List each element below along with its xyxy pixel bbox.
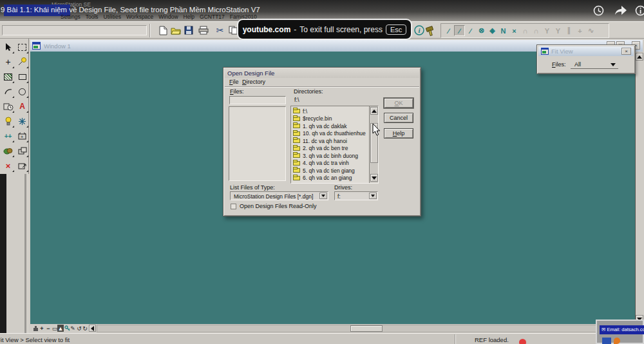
tool-cells[interactable] (1, 114, 15, 128)
zoom-in-icon[interactable]: + (39, 325, 45, 332)
tool-points[interactable]: + (1, 55, 15, 69)
dialog-titlebar[interactable]: Open Design File (225, 69, 419, 78)
menu-help[interactable]: Help (184, 14, 194, 20)
watch-later-icon[interactable] (593, 5, 604, 16)
print-icon[interactable] (198, 24, 209, 36)
tool-measure[interactable]: + (15, 129, 29, 143)
tool-text[interactable]: A (15, 99, 29, 113)
snap-point-through-icon[interactable]: + (574, 25, 585, 36)
snap-origin-icon[interactable]: ◈ (487, 25, 498, 36)
mouse-cursor (372, 123, 381, 137)
fit-view-titlebar[interactable]: Fit View × (538, 46, 634, 56)
info-icon-player[interactable] (635, 5, 644, 16)
zoom-out-icon[interactable]: − (45, 325, 52, 332)
redo-view-icon[interactable]: ↻ (82, 325, 88, 332)
svg-text:i: i (418, 26, 421, 34)
directories-scrollbar[interactable] (369, 106, 378, 183)
menu-gcntt17[interactable]: GCNTT17 (200, 14, 225, 20)
info-tool-icon[interactable]: i (413, 24, 424, 36)
new-file-icon[interactable] (158, 24, 169, 36)
directories-list: f:\ $recycle.bin 1. qh va dc daklak 10. … (290, 106, 379, 184)
tool-ellipses[interactable] (15, 84, 29, 99)
open-file-icon[interactable] (170, 24, 181, 36)
dir-scroll-up[interactable] (370, 107, 378, 115)
directory-item[interactable]: 4. qh va dc tra vinh (291, 160, 370, 167)
save-icon[interactable] (183, 24, 194, 36)
menu-window[interactable]: Window (158, 14, 178, 20)
share-icon[interactable] (614, 5, 628, 16)
directory-item[interactable]: $recycle.bin (291, 115, 370, 123)
tool-dimensions[interactable] (1, 99, 15, 113)
tool-delete[interactable]: × (1, 158, 15, 173)
directory-item[interactable]: 2. qh va dc ben tre (291, 145, 370, 153)
readonly-checkbox[interactable] (231, 204, 236, 209)
tool-tags[interactable]: ++ (1, 129, 15, 143)
folder-icon (293, 168, 300, 173)
menu-settings[interactable]: Settings (61, 14, 80, 20)
tool-fence[interactable] (15, 40, 29, 54)
snap-intersection-icon[interactable]: × (509, 25, 520, 36)
menu-utilities[interactable]: Utilities (104, 14, 121, 20)
status-red-indicator (519, 339, 526, 344)
status-prompt: Fit View > Select view to fit (0, 336, 70, 343)
view-attributes-icon[interactable] (32, 325, 39, 332)
hscroll-thumb[interactable] (350, 325, 383, 332)
directory-item[interactable]: 6. qh va dc an giang (291, 175, 370, 182)
dir-scroll-down[interactable] (370, 174, 378, 182)
snap-perp-icon[interactable]: Y (542, 25, 553, 36)
ok-button[interactable]: OK (384, 98, 413, 108)
directory-item[interactable]: f:\ (291, 108, 370, 115)
folder-icon (293, 153, 300, 158)
files-list[interactable] (229, 106, 286, 181)
snap-tangent-from-icon[interactable]: ∩ (531, 25, 542, 36)
pan-view-icon[interactable]: ✎ (70, 325, 76, 332)
menu-workspace[interactable]: Workspace (126, 14, 153, 20)
drives-dropdown[interactable]: f: (334, 191, 378, 200)
tool-patterns[interactable] (1, 70, 15, 84)
directory-item[interactable]: 5. qh va dc tien giang (291, 167, 370, 175)
snap-midpoint-icon[interactable]: ∕ (465, 25, 476, 36)
cut-icon[interactable]: ✂ (214, 24, 225, 36)
tool-polygons[interactable] (15, 70, 29, 84)
tool-change-attributes[interactable] (1, 144, 15, 158)
tool-arcs[interactable] (1, 84, 15, 99)
vertical-scrollbar[interactable] (635, 52, 644, 324)
snap-perp-from-icon[interactable]: Y (553, 25, 564, 36)
dialog-menu-separator (225, 86, 419, 88)
snap-center-icon[interactable]: ⊗ (476, 25, 487, 36)
drives-dropdown-arrow[interactable] (369, 193, 377, 199)
dialog-menu-file[interactable]: File (229, 79, 239, 85)
horizontal-scrollbar[interactable] (97, 325, 634, 332)
cancel-button[interactable]: Cancel (384, 113, 413, 123)
tooltip-message: To exit full screen, press (299, 25, 383, 34)
directory-item[interactable]: 10. qh va dc thuathienhue (291, 130, 370, 138)
help-button[interactable]: Help (384, 128, 413, 139)
fit-view-files-dropdown[interactable]: All (571, 59, 618, 69)
tool-multilines[interactable] (15, 114, 29, 128)
snap-tangent-icon[interactable]: ∩ (520, 25, 531, 36)
menu-tools[interactable]: Tools (86, 14, 99, 20)
tool-manipulate[interactable] (15, 144, 29, 158)
snap-keypoint-icon[interactable]: ∕ (454, 25, 465, 36)
tool-modify[interactable] (15, 158, 29, 173)
tooltip-site: youtube.com (243, 25, 291, 34)
snap-parallel-icon[interactable]: ∥ (564, 25, 574, 36)
fit-view-icon[interactable]: ▲ (57, 325, 64, 332)
snap-point-on-icon[interactable]: ∿ (585, 25, 596, 36)
tool-element-selection[interactable] (1, 40, 15, 54)
directory-item[interactable]: 1. qh va dc daklak (291, 122, 370, 130)
svg-text:+: + (21, 134, 24, 140)
hammer-icon[interactable] (425, 24, 436, 36)
snap-nearest-icon[interactable]: ∕ (443, 25, 454, 36)
directory-item[interactable]: 3. qh va dc binh duong (291, 152, 370, 160)
fit-view-close-button[interactable]: × (621, 48, 631, 55)
directory-item[interactable]: 11. dc va qh hanoi (291, 137, 370, 145)
scroll-up-button[interactable] (636, 53, 643, 61)
type-dropdown-arrow[interactable] (319, 193, 327, 199)
snap-bisector-icon[interactable]: N (498, 25, 509, 36)
dialog-menu-directory[interactable]: Directory (242, 79, 265, 85)
tool-linear[interactable] (15, 55, 29, 69)
file-type-dropdown[interactable]: MicroStation Design Files [*.dgn] (230, 191, 328, 200)
files-input[interactable] (229, 96, 286, 104)
hscroll-left-button[interactable] (89, 325, 96, 332)
